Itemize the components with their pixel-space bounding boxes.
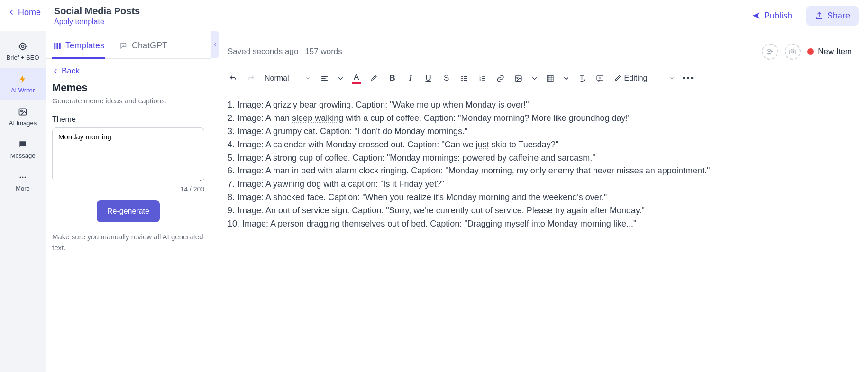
svg-point-5: [22, 177, 24, 178]
main-area: Brief + SEO AI Writer AI Images Message …: [0, 31, 868, 372]
svg-point-13: [462, 76, 462, 76]
rail-label: More: [16, 185, 30, 192]
svg-point-4: [20, 177, 21, 178]
tab-templates-label: Templates: [65, 41, 104, 51]
underline-button[interactable]: U: [420, 70, 437, 86]
top-header: Home Social Media Posts Apply template P…: [0, 0, 868, 31]
align-button[interactable]: [317, 70, 333, 86]
page-title: Social Media Posts: [54, 6, 140, 17]
list-item-text: Image: A person dragging themselves out …: [242, 218, 636, 231]
theme-field-label: Theme: [52, 115, 204, 124]
editing-mode-label: Editing: [624, 74, 648, 82]
editor-area: Saved seconds ago 157 words New Item: [211, 31, 868, 372]
color-swatch-red: [352, 82, 361, 84]
pencil-icon: [614, 74, 621, 82]
back-button[interactable]: Back: [52, 65, 204, 82]
toolbar-more-button[interactable]: •••: [680, 70, 696, 86]
top-left-group: Home Social Media Posts Apply template: [8, 6, 140, 26]
add-collaborator-button[interactable]: [762, 44, 778, 60]
table-icon: [546, 74, 554, 82]
status-dot-icon: [807, 48, 814, 55]
camera-plus-icon: [789, 48, 796, 55]
table-dropdown[interactable]: [560, 70, 572, 86]
redo-button[interactable]: [243, 70, 259, 86]
apply-template-link[interactable]: Apply template: [54, 18, 140, 26]
svg-point-6: [25, 177, 26, 178]
chevron-down-icon: [562, 74, 570, 82]
svg-point-0: [19, 43, 26, 49]
highlighter-icon: [370, 73, 378, 82]
editor-status: Saved seconds ago 157 words: [228, 47, 342, 56]
word-count: 157 words: [305, 47, 342, 56]
highlight-button[interactable]: [366, 70, 383, 86]
svg-point-12: [792, 51, 794, 53]
bullet-list-button[interactable]: [457, 70, 473, 86]
align-dropdown[interactable]: [335, 70, 347, 86]
comment-button[interactable]: [592, 70, 608, 86]
rail-item-message[interactable]: Message: [0, 133, 46, 166]
list-item: Image: A grizzly bear growling. Caption:…: [228, 99, 852, 112]
bold-button[interactable]: B: [384, 70, 401, 86]
strikethrough-button[interactable]: S: [439, 70, 455, 86]
numbered-list-icon: 123: [478, 74, 486, 82]
add-media-button[interactable]: [785, 44, 801, 60]
theme-input[interactable]: [52, 127, 204, 181]
chatgpt-icon: [119, 42, 128, 50]
rail-item-ai-images[interactable]: AI Images: [0, 100, 46, 133]
svg-point-10: [768, 49, 770, 52]
collapse-panel-handle[interactable]: [211, 31, 219, 58]
chevron-down-icon: [530, 74, 539, 82]
chevron-down-icon: [337, 74, 345, 82]
font-color-letter-icon: A: [354, 73, 359, 82]
list-item-text: Image: A calendar with Monday crossed ou…: [238, 138, 558, 152]
link-button[interactable]: [493, 70, 509, 86]
svg-rect-7: [54, 43, 55, 49]
template-title: Memes: [52, 82, 204, 94]
image-icon: [514, 74, 522, 82]
paragraph-style-label: Normal: [265, 74, 289, 82]
italic-button[interactable]: I: [402, 70, 419, 86]
paragraph-style-select[interactable]: Normal: [261, 70, 315, 86]
meme-list: Image: A grizzly bear growling. Caption:…: [228, 99, 852, 231]
list-item: Image: A grumpy cat. Caption: "I don't d…: [228, 125, 852, 138]
image-button[interactable]: [511, 70, 527, 86]
undo-button[interactable]: [225, 70, 241, 86]
home-button[interactable]: Home: [8, 6, 41, 18]
tab-templates[interactable]: Templates: [52, 36, 105, 59]
svg-point-3: [21, 110, 22, 112]
color-swatch-none: [370, 82, 379, 83]
svg-rect-11: [790, 50, 795, 54]
rail-item-brief-seo[interactable]: Brief + SEO: [0, 35, 46, 68]
editor-content[interactable]: Image: A grizzly bear growling. Caption:…: [211, 92, 868, 237]
editor-header-right: New Item: [762, 44, 852, 60]
chevron-left-icon: [52, 68, 59, 74]
theme-char-count: 14 / 200: [52, 185, 204, 193]
editing-mode-select[interactable]: Editing: [610, 70, 679, 86]
publish-button[interactable]: Publish: [744, 6, 800, 26]
svg-rect-21: [547, 75, 553, 81]
spelling-squiggle: sleep walking: [292, 113, 343, 123]
font-color-button[interactable]: A: [348, 70, 365, 86]
image-dropdown[interactable]: [529, 70, 540, 86]
table-button[interactable]: [542, 70, 558, 86]
ai-disclaimer: Make sure you manually review all AI gen…: [52, 232, 204, 253]
nav-rail: Brief + SEO AI Writer AI Images Message …: [0, 31, 46, 372]
tab-chatgpt[interactable]: ChatGPT: [119, 36, 168, 59]
new-item-status[interactable]: New Item: [807, 47, 852, 56]
regenerate-button[interactable]: Re-generate: [97, 200, 160, 222]
rail-item-ai-writer[interactable]: AI Writer: [0, 68, 46, 100]
numbered-list-button[interactable]: 123: [475, 70, 491, 86]
rail-label: Message: [10, 152, 36, 159]
share-icon: [815, 11, 823, 20]
chat-icon: [18, 140, 27, 149]
rail-label: Brief + SEO: [7, 54, 39, 61]
undo-icon: [229, 74, 237, 82]
list-item: Image: A man sleep walking with a cup of…: [228, 112, 852, 125]
more-horizontal-icon: •••: [683, 73, 694, 83]
chevron-left-icon: [8, 9, 15, 16]
svg-point-20: [517, 77, 518, 78]
panel-body: Back Memes Generate meme ideas and capti…: [46, 59, 211, 372]
share-button[interactable]: Share: [806, 6, 859, 26]
clear-format-button[interactable]: [574, 70, 590, 86]
rail-item-more[interactable]: More: [0, 166, 46, 199]
